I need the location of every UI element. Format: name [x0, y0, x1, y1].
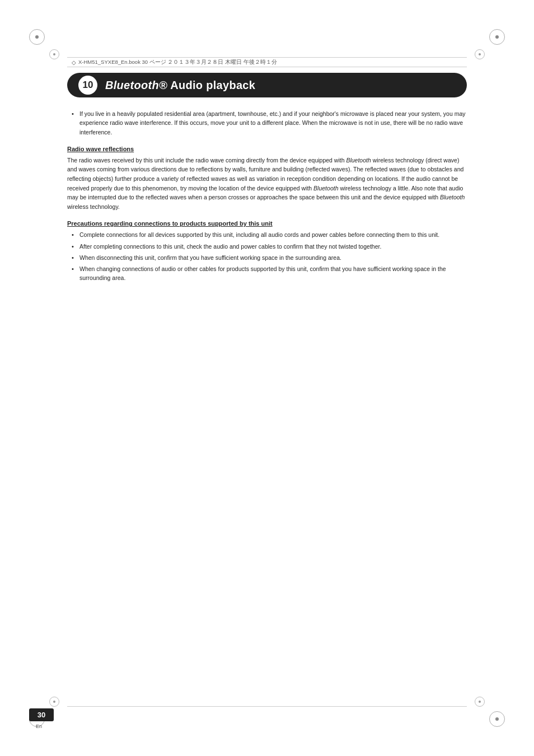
chapter-title-normal: Audio playback: [167, 79, 255, 91]
page: ◇ X-HM51_SYXE8_En.book 30 ページ ２０１３年３月２８日…: [0, 0, 534, 756]
precautions-bullet-item-1: Complete connections for all devices sup…: [67, 230, 467, 239]
bottom-divider-line: [67, 706, 467, 707]
file-info-arrow: ◇: [72, 59, 76, 66]
chapter-header: 10 Bluetooth® Audio playback: [67, 73, 467, 97]
precautions-bullet-list: Complete connections for all devices sup…: [67, 230, 467, 282]
page-number-box: 30: [29, 708, 54, 721]
intro-bullet-list: If you live in a heavily populated resid…: [67, 109, 467, 137]
reg-mark-top-left: [29, 29, 45, 45]
reg-mark-inner-bottom-right: [475, 697, 485, 707]
chapter-number: 10: [78, 76, 97, 95]
chapter-title-italic: Bluetooth®: [105, 79, 167, 91]
radio-wave-body: The radio waves received by this unit in…: [67, 156, 467, 211]
precautions-heading: Precautions regarding connections to pro…: [67, 220, 467, 227]
reg-mark-inner-bottom-left: [49, 697, 59, 707]
reg-mark-inner-top-left: [49, 49, 59, 59]
precautions-bullet-item-4: When changing connections of audio or ot…: [67, 264, 467, 283]
intro-bullet-item-1: If you live in a heavily populated resid…: [67, 109, 467, 137]
reg-mark-inner-top-right: [475, 49, 485, 59]
page-number-label: En: [36, 724, 42, 729]
reg-mark-top-right: [489, 29, 505, 45]
radio-wave-heading: Radio wave reflections: [67, 146, 467, 152]
file-info-bar: ◇ X-HM51_SYXE8_En.book 30 ページ ２０１３年３月２８日…: [67, 57, 467, 67]
chapter-title: Bluetooth® Audio playback: [105, 79, 255, 92]
precautions-bullet-item-2: After completing connections to this uni…: [67, 242, 467, 251]
reg-mark-bottom-right: [489, 711, 505, 727]
file-info-text: X-HM51_SYXE8_En.book 30 ページ ２０１３年３月２８日 木…: [78, 59, 277, 66]
precautions-bullet-item-3: When disconnecting this unit, confirm th…: [67, 253, 467, 262]
content-area: If you live in a heavily populated resid…: [67, 109, 467, 689]
